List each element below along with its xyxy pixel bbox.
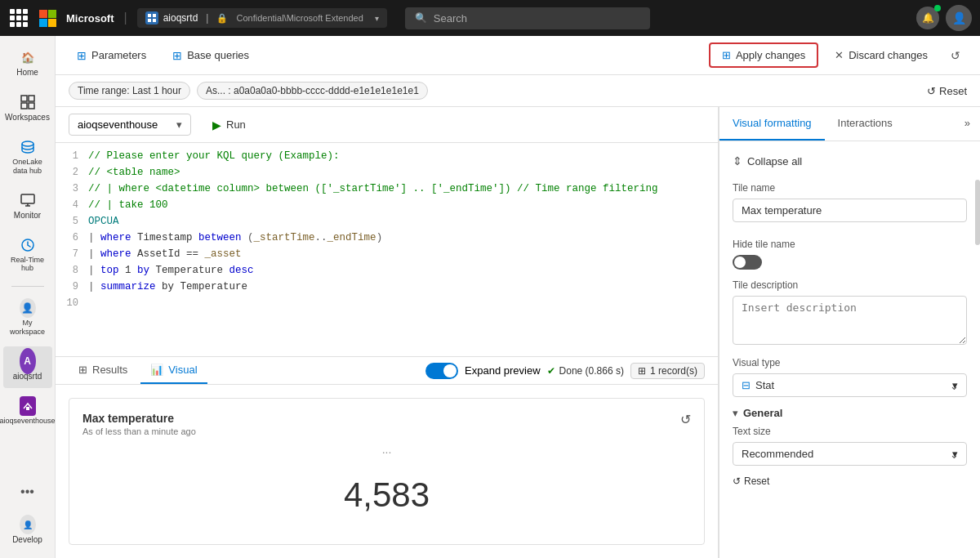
text-size-chevron: ▾ [952,448,958,460]
expand-toggle[interactable] [425,363,458,379]
sidebar-item-workspaces[interactable]: Workspaces [3,87,52,129]
reset-label: Reset [939,85,967,97]
tile-desc-input[interactable] [733,296,967,345]
database-selector[interactable]: aioqseventhouse ▾ [69,114,191,136]
topbar-separator: | [124,11,127,25]
code-line-10: 10 [56,297,718,313]
sensitivity-sep: | [206,12,208,24]
svg-rect-6 [21,103,27,109]
tile-name-input[interactable] [733,199,967,222]
visual-type-label: Visual type [733,357,967,368]
myworkspace-icon: 👤 [20,300,36,316]
apply-changes-button[interactable]: ⊞ Apply changes [709,42,818,68]
sidebar-label-workspaces: Workspaces [5,113,50,123]
collapse-all-label: Collapse all [747,155,802,167]
visual-tab[interactable]: 📊 Visual [140,357,207,384]
workspace-selector[interactable]: aioqsrtd | 🔒 Confidential\Microsoft Exte… [137,8,387,28]
expand-panel-button[interactable]: » [955,107,980,141]
sidebar-label-myworkspace: My workspace [7,319,49,337]
line-num-10: 10 [56,297,88,312]
reset-icon: ↺ [927,85,936,97]
notification-area: 🔔 [916,7,939,29]
general-label: General [743,407,782,419]
discard-x-icon: ✕ [835,49,844,61]
hide-tile-toggle[interactable] [733,255,762,270]
svg-rect-3 [153,19,156,22]
line-content-8: | top 1 by Temperature desc [88,265,718,279]
params-label: Parameters [91,49,146,61]
svg-point-8 [22,141,33,146]
results-tab[interactable]: ⊞ Results [69,357,137,384]
line-num-6: 6 [56,232,88,247]
general-section-toggle[interactable]: ▾ General [733,407,967,419]
apply-label: Apply changes [736,49,805,61]
sidebar-develop-btn[interactable]: 👤 Develop [3,510,52,551]
sidebar-item-aioqseventhouse[interactable]: aioqseventhouse [3,391,52,432]
code-editor[interactable]: 1 // Please enter your KQL query (Exampl… [56,143,718,356]
tile-desc-label: Tile description [733,279,967,291]
interactions-tab[interactable]: Interactions [825,107,906,141]
panel-reset-label: Reset [744,475,769,487]
workspace-icon [145,11,158,25]
formatting-tab[interactable]: Visual formatting [719,107,825,141]
collapse-all-button[interactable]: ⇕ Collapse all [733,151,967,176]
toggle-knob [443,364,457,377]
sidebar-item-myworkspace[interactable]: 👤 My workspace [3,293,52,343]
reset-small-icon: ↺ [733,475,741,487]
search-box[interactable]: 🔍 Search [405,7,650,29]
records-icon: ⊞ [638,365,646,377]
stat-icon: ⊟ [742,379,751,391]
sidebar-item-monitor[interactable]: Monitor [3,185,52,227]
run-icon: ▶ [212,118,221,132]
sidebar-item-realtime[interactable]: Real-Time hub [3,230,52,280]
code-line-3: 3 // | where <datetime column> between (… [56,182,718,199]
svg-rect-5 [29,96,34,101]
code-line-9: 9 | summarize by Temperature [56,280,718,297]
line-num-4: 4 [56,199,88,214]
results-tab-label: Results [92,364,127,376]
more-icon: ••• [20,484,36,500]
time-range-badge[interactable]: Time range: Last 1 hour [69,82,190,100]
visual-type-selector[interactable]: ⊟ Stat ▾ [733,373,967,397]
workspaces-icon [20,94,36,110]
hide-tile-toggle-row [733,255,967,270]
visual-type-selector-wrapper: ⊟ Stat ▾ [733,373,967,397]
discard-changes-button[interactable]: ✕ Discard changes [825,44,938,66]
text-size-value: Recommended [742,448,813,460]
visual-panel: Max temperature As of less than a minute… [56,385,718,558]
user-avatar[interactable]: 👤 [946,5,972,31]
svg-rect-7 [29,103,34,109]
sidebar-item-home[interactable]: 🏠 Home [3,42,52,84]
svg-rect-4 [21,96,27,101]
text-size-selector[interactable]: Recommended ▾ [733,442,967,466]
status-dot [934,5,941,11]
refresh-button[interactable]: ↺ [944,44,967,67]
refresh-icon: ↺ [951,49,960,62]
reset-button[interactable]: ↺ Reset [927,85,967,97]
uuid-badge[interactable]: As... : a0a0a0a0-bbbb-cccc-dddd-e1e1e1e1… [197,82,428,100]
sidebar-item-datalake[interactable]: OneLake data hub [3,132,52,182]
sidebar-more-btn[interactable]: ••• [3,477,52,507]
line-content-9: | summarize by Temperature [88,281,718,296]
sidebar-bottom: ••• 👤 Develop [3,477,52,551]
code-line-7: 7 | where AssetId == _asset [56,248,718,264]
aioqseventhouse-icon [20,398,36,414]
sidebar-item-aioqsrtd[interactable]: A aioqsrtd [3,346,52,388]
code-line-8: 8 | top 1 by Temperature desc [56,264,718,280]
tile-name-label: Tile name [733,182,967,194]
visual-tab-label: Visual [168,364,197,376]
code-line-6: 6 | where Timestamp between (_startTime.… [56,231,718,248]
text-size-selector-wrapper: Recommended ▾ [733,442,967,466]
visual-card-refresh-button[interactable]: ↺ [680,412,691,427]
grid-menu-button[interactable] [8,7,29,29]
sidebar-label-develop: Develop [12,535,42,545]
panel-reset-button[interactable]: ↺ Reset [733,475,769,487]
apply-icon: ⊞ [722,49,731,61]
base-queries-label: Base queries [187,49,249,61]
run-button[interactable]: ▶ Run [201,114,257,136]
base-queries-tab[interactable]: ⊞ Base queries [164,46,257,65]
line-content-6: | where Timestamp between (_startTime.._… [88,232,718,247]
svg-rect-11 [26,407,29,410]
params-tab[interactable]: ⊞ Parameters [69,46,154,65]
line-num-3: 3 [56,183,88,198]
